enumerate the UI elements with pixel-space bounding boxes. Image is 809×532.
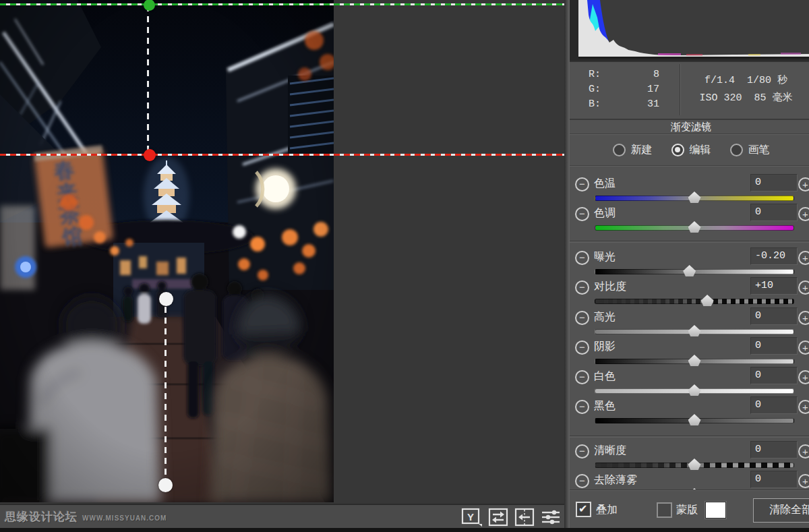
info-divider — [680, 64, 680, 115]
slider-row-blacks: 黑色 0 — [570, 399, 809, 429]
gradient-axis-line-top[interactable] — [147, 5, 149, 154]
slider-label: 去除薄雾 — [594, 473, 637, 487]
slider-row-temperature: 色温 0 — [570, 177, 809, 206]
mode-brush-label: 画笔 — [748, 143, 770, 157]
increase-button[interactable] — [798, 400, 809, 414]
decrease-button[interactable] — [575, 177, 589, 191]
before-after-view-button[interactable]: Y — [461, 508, 483, 527]
gradient-start-line[interactable] — [0, 3, 565, 5]
dropdown-caret-icon — [479, 524, 482, 527]
exif-iso-focal: ISO 320 85 毫米 — [680, 91, 809, 104]
decrease-button[interactable] — [575, 311, 589, 325]
swap-before-after-button[interactable] — [487, 508, 509, 527]
gradient-pin-center[interactable] — [159, 292, 173, 306]
adjustments-panel: R: 8 G: 17 B: 31 f/1.4 1/80 秒 ISO 320 85… — [570, 0, 809, 532]
decrease-button[interactable] — [575, 370, 589, 384]
slider-value[interactable]: +10 — [750, 277, 798, 295]
overlay-checkbox[interactable] — [576, 502, 591, 517]
exif-aperture-shutter: f/1.4 1/80 秒 — [680, 73, 809, 86]
slider-value[interactable]: 0 — [750, 204, 798, 221]
increase-button[interactable] — [798, 370, 809, 384]
gradient-end-line[interactable] — [0, 154, 565, 156]
mode-new-radio[interactable]: 新建 — [613, 143, 653, 157]
gradient-pin-end[interactable] — [158, 478, 173, 492]
panel-divider — [564, 0, 570, 532]
slider-track[interactable] — [595, 196, 794, 201]
g-label: G: — [589, 84, 601, 95]
slider-label: 清晰度 — [594, 444, 626, 458]
watermark-site-name: 思缘设计论坛 — [5, 509, 78, 525]
slider-thumb[interactable] — [688, 191, 701, 203]
slider-track[interactable] — [595, 388, 794, 394]
slider-row-whites: 白色 0 — [570, 370, 809, 399]
mask-color-swatch[interactable] — [705, 502, 726, 519]
night-street-photo: 春来茶馆 — [0, 0, 334, 502]
r-value: 8 — [653, 69, 659, 80]
copy-left-arrow-icon — [514, 508, 535, 527]
slider-value[interactable]: 0 — [750, 441, 798, 459]
slider-label: 曝光 — [594, 250, 616, 264]
mode-brush-radio[interactable]: 画笔 — [730, 143, 770, 157]
decrease-button[interactable] — [575, 444, 589, 459]
slider-label: 色调 — [594, 206, 616, 220]
increase-button[interactable] — [798, 474, 809, 488]
increase-button[interactable] — [798, 280, 809, 295]
copy-settings-button[interactable] — [514, 508, 535, 527]
slider-track[interactable] — [595, 225, 794, 231]
histogram-chart — [578, 0, 809, 59]
slider-track[interactable] — [595, 359, 794, 364]
slider-thumb[interactable] — [688, 459, 701, 470]
increase-button[interactable] — [798, 207, 809, 221]
watermark-url: WWW.MISSYUAN.COM — [82, 514, 167, 522]
r-label: R: — [589, 69, 601, 80]
slider-thumb[interactable] — [688, 325, 701, 336]
gradient-end-handle[interactable] — [144, 149, 156, 161]
watermark: 思缘设计论坛 WWW.MISSYUAN.COM — [5, 509, 167, 525]
increase-button[interactable] — [798, 177, 809, 191]
radio-circle-icon — [671, 144, 684, 156]
increase-button[interactable] — [798, 311, 809, 325]
slider-thumb[interactable] — [701, 295, 714, 306]
slider-track[interactable] — [595, 463, 794, 468]
slider-value[interactable]: 0 — [750, 337, 798, 355]
decrease-button[interactable] — [575, 400, 589, 414]
slider-value[interactable]: 0 — [750, 367, 798, 384]
sliders-icon — [541, 508, 561, 527]
slider-value[interactable]: 0 — [750, 471, 798, 488]
preview-workspace[interactable]: 春来茶馆 — [0, 0, 570, 532]
slider-track[interactable] — [595, 418, 794, 423]
adjustment-sliders-toggle[interactable] — [540, 508, 562, 527]
clear-all-button[interactable]: 清除全部 — [753, 498, 809, 523]
g-value: 17 — [647, 84, 659, 95]
increase-button[interactable] — [798, 251, 809, 265]
slider-label: 对比度 — [594, 280, 626, 294]
slider-thumb[interactable] — [688, 384, 701, 396]
slider-thumb[interactable] — [688, 414, 701, 425]
decrease-button[interactable] — [575, 474, 589, 488]
slider-track[interactable] — [595, 329, 794, 334]
mask-checkbox[interactable] — [657, 502, 672, 518]
slider-track[interactable] — [595, 269, 794, 274]
radio-circle-icon — [613, 144, 626, 156]
mask-label: 蒙版 — [676, 503, 698, 517]
gradient-axis-line-bottom[interactable] — [164, 307, 167, 477]
slider-thumb[interactable] — [688, 221, 701, 233]
slider-label: 阴影 — [594, 340, 616, 354]
decrease-button[interactable] — [575, 341, 589, 355]
photo-preview[interactable]: 春来茶馆 — [0, 0, 334, 502]
increase-button[interactable] — [798, 341, 809, 355]
slider-thumb[interactable] — [688, 355, 701, 366]
increase-button[interactable] — [798, 444, 809, 459]
slider-value[interactable]: 0 — [750, 307, 798, 325]
decrease-button[interactable] — [575, 207, 589, 221]
slider-track[interactable] — [595, 299, 794, 304]
radio-circle-icon — [730, 144, 743, 156]
slider-value[interactable]: 0 — [750, 174, 798, 191]
slider-thumb[interactable] — [683, 265, 696, 276]
slider-value[interactable]: 0 — [750, 396, 798, 414]
decrease-button[interactable] — [575, 280, 589, 295]
decrease-button[interactable] — [575, 251, 589, 265]
slider-row-shadows: 阴影 0 — [570, 340, 809, 370]
mode-edit-radio[interactable]: 编辑 — [671, 143, 711, 157]
slider-value[interactable]: -0.20 — [750, 247, 798, 265]
